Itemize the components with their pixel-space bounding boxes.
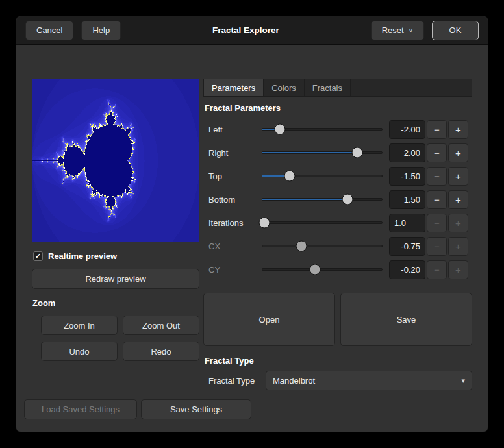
- param-label-right: Right: [208, 148, 262, 158]
- fractal-type-selected: Mandelbrot: [273, 376, 461, 386]
- fractal-preview-canvas[interactable]: [32, 79, 199, 242]
- save-settings-label: Save Settings: [170, 404, 222, 414]
- param-label-iterations: Iterations: [208, 218, 262, 228]
- plus-icon: +: [455, 241, 461, 252]
- slider-top[interactable]: [262, 169, 383, 182]
- slider-track: [262, 221, 383, 224]
- slider-left[interactable]: [262, 123, 383, 136]
- help-button[interactable]: Help: [81, 21, 121, 40]
- param-row-cx: CX -0.75 − +: [203, 234, 472, 258]
- save-button[interactable]: Save: [340, 293, 472, 346]
- minus-button[interactable]: −: [427, 143, 447, 162]
- plus-icon: +: [455, 218, 461, 229]
- open-label: Open: [259, 315, 280, 325]
- plus-icon: +: [455, 147, 461, 158]
- tab-fractals[interactable]: Fractals: [305, 79, 351, 96]
- checkbox-check-icon[interactable]: ✓: [33, 251, 43, 261]
- value-bottom[interactable]: 1.50: [389, 190, 425, 209]
- plus-icon: +: [455, 194, 461, 205]
- minus-icon: −: [434, 147, 440, 158]
- zoom-heading: Zoom: [32, 298, 55, 308]
- plus-button[interactable]: +: [448, 190, 468, 209]
- minus-button[interactable]: −: [427, 120, 447, 139]
- slider-handle[interactable]: [351, 147, 362, 158]
- undo-label: Undo: [69, 347, 89, 356]
- minus-button[interactable]: −: [427, 190, 447, 209]
- zoom-in-button[interactable]: Zoom In: [41, 316, 118, 335]
- tab-bar: Parameters Colors Fractals: [203, 79, 472, 97]
- fractal-type-heading: Fractal Type: [205, 356, 472, 366]
- save-settings-button[interactable]: Save Settings: [141, 399, 251, 419]
- plus-button[interactable]: +: [448, 143, 468, 162]
- tab-parameters[interactable]: Parameters: [204, 79, 264, 96]
- param-row-left: Left -2.00 − +: [203, 118, 472, 141]
- redraw-preview-label: Redraw preview: [85, 274, 145, 284]
- minus-button: −: [427, 260, 447, 279]
- param-row-cy: CY -0.20 − +: [203, 258, 472, 281]
- fractal-parameters-heading: Fractal Parameters: [203, 97, 472, 118]
- zoom-out-button[interactable]: Zoom Out: [123, 316, 199, 335]
- window-title: Fractal Explorer: [129, 25, 362, 35]
- param-label-bottom: Bottom: [208, 195, 262, 205]
- plus-button[interactable]: +: [448, 120, 468, 139]
- param-label-top: Top: [208, 171, 262, 181]
- ok-label: OK: [449, 25, 462, 35]
- redraw-preview-button[interactable]: Redraw preview: [32, 269, 199, 289]
- dropdown-arrow-icon: ▾: [461, 377, 465, 385]
- value-cy: -0.20: [389, 260, 425, 279]
- slider-right[interactable]: [262, 146, 383, 159]
- plus-button: +: [448, 214, 468, 232]
- reset-label: Reset: [382, 25, 404, 35]
- plus-icon: +: [455, 171, 461, 182]
- minus-button: −: [427, 237, 447, 256]
- slider-handle[interactable]: [342, 194, 353, 205]
- param-label-cx: CX: [208, 242, 262, 251]
- param-label-cy: CY: [208, 265, 262, 275]
- slider-track: [262, 268, 383, 271]
- slider-handle[interactable]: [274, 124, 285, 135]
- param-row-right: Right 2.00 − +: [203, 141, 472, 164]
- ok-button[interactable]: OK: [432, 21, 479, 40]
- value-right[interactable]: 2.00: [389, 143, 425, 162]
- slider-cy: [262, 263, 383, 276]
- plus-button: +: [448, 237, 468, 256]
- plus-icon: +: [455, 264, 461, 275]
- minus-icon: −: [434, 218, 440, 229]
- titlebar: Cancel Help Fractal Explorer Reset ∨ OK: [16, 16, 488, 45]
- slider-track: [262, 151, 383, 154]
- realtime-preview-checkbox[interactable]: ✓ Realtime preview: [33, 251, 117, 261]
- load-saved-settings-button: Load Saved Settings: [24, 399, 137, 419]
- cancel-label: Cancel: [36, 25, 62, 35]
- fractal-explorer-window: Cancel Help Fractal Explorer Reset ∨ OK …: [16, 16, 488, 432]
- help-label: Help: [92, 25, 110, 35]
- cancel-button[interactable]: Cancel: [25, 21, 73, 40]
- fractal-type-label: Fractal Type: [208, 376, 266, 386]
- slider-iterations[interactable]: [262, 216, 383, 229]
- plus-button: +: [448, 260, 468, 279]
- plus-button[interactable]: +: [448, 167, 468, 186]
- save-label: Save: [397, 315, 416, 325]
- slider-handle[interactable]: [258, 218, 270, 229]
- slider-bottom[interactable]: [262, 193, 383, 206]
- minus-icon: −: [434, 171, 440, 182]
- param-row-top: Top -1.50 − +: [203, 164, 472, 188]
- undo-button[interactable]: Undo: [41, 342, 118, 361]
- fractal-type-dropdown[interactable]: Mandelbrot ▾: [266, 371, 472, 390]
- value-top[interactable]: -1.50: [389, 167, 425, 186]
- minus-button[interactable]: −: [427, 167, 447, 186]
- fractal-preview[interactable]: [32, 79, 199, 242]
- fractal-type-row: Fractal Type Mandelbrot ▾: [203, 371, 472, 390]
- open-save-row: Open Save: [203, 293, 472, 346]
- open-button[interactable]: Open: [203, 293, 335, 346]
- reset-button[interactable]: Reset ∨: [371, 21, 424, 40]
- value-iterations[interactable]: 1.0: [389, 214, 425, 232]
- minus-icon: −: [434, 194, 440, 205]
- chevron-down-icon: ∨: [409, 27, 413, 34]
- minus-icon: −: [434, 264, 440, 275]
- redo-button[interactable]: Redo: [123, 342, 199, 361]
- slider-handle[interactable]: [284, 171, 295, 182]
- plus-icon: +: [455, 124, 461, 135]
- zoom-in-label: Zoom In: [64, 321, 95, 330]
- value-left[interactable]: -2.00: [389, 120, 425, 139]
- tab-colors[interactable]: Colors: [264, 79, 305, 96]
